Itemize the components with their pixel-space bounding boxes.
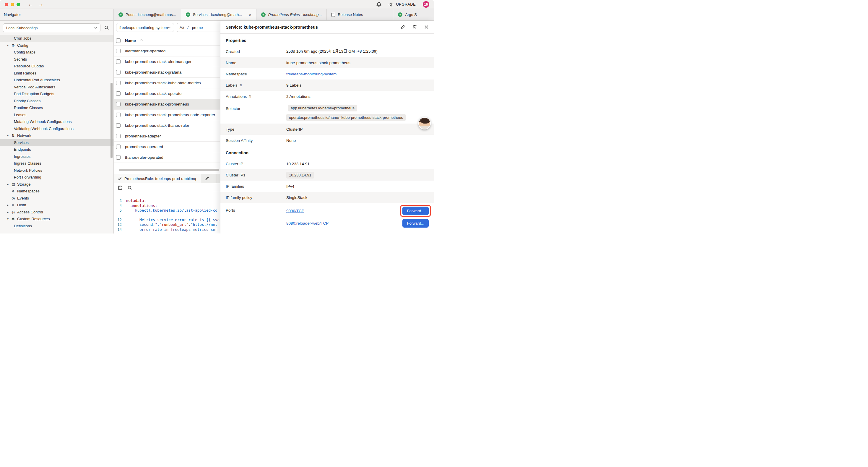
sidebar-scrollbar[interactable] <box>111 83 113 158</box>
back-icon[interactable]: ← <box>28 2 33 7</box>
zoom-window-button[interactable] <box>17 3 20 6</box>
tree-item[interactable]: Validating Webhook Configurations <box>0 125 114 133</box>
namespace-link[interactable]: freeleaps-monitoring-system <box>286 72 337 76</box>
tree-item[interactable]: Network <box>0 132 114 139</box>
row-checkbox[interactable] <box>116 134 121 138</box>
forward-button-highlight: Forward... <box>400 205 431 217</box>
close-window-button[interactable] <box>5 3 8 6</box>
editor-tab[interactable]: PrometheusRule: freeleaps-prod-rabbitmq <box>114 174 201 183</box>
cluster-ip-chip: 10.233.14.91 <box>286 172 314 178</box>
close-icon[interactable] <box>424 25 429 29</box>
tree-item[interactable]: Helm <box>0 202 114 209</box>
tree-item[interactable]: Pod Disruption Budgets <box>0 90 114 97</box>
property-label: Selector <box>226 105 286 111</box>
name-column-header[interactable]: Name <box>125 38 136 43</box>
tree-item[interactable]: Config Maps <box>0 49 114 56</box>
row-checkbox[interactable] <box>116 91 121 96</box>
namespace-selector[interactable]: freeleaps-monitoring-system <box>116 23 174 32</box>
tree-item[interactable]: Limit Ranges <box>0 70 114 77</box>
property-value[interactable]: 9 Labels <box>286 83 301 87</box>
tab-label: Pods - icecheng@mathmas... <box>126 12 176 17</box>
tree-item[interactable]: Resource Quotas <box>0 63 114 70</box>
forward-button[interactable]: Forward... <box>402 207 429 215</box>
app-tab[interactable]: Release Notes <box>327 9 393 20</box>
tree-chevron-icon[interactable] <box>7 210 11 214</box>
expand-annotations-icon[interactable] <box>249 95 251 98</box>
forward-icon[interactable]: → <box>38 2 43 7</box>
notifications-badge[interactable]: 15 <box>423 1 429 8</box>
select-all-checkbox[interactable] <box>116 38 121 43</box>
tree-item[interactable]: Leases <box>0 111 114 119</box>
property-value: kube-prometheus-stack-prometheus <box>286 61 350 65</box>
tab-close-icon[interactable] <box>249 12 251 17</box>
sidebar-search-icon[interactable] <box>103 24 111 32</box>
edit-icon[interactable] <box>400 25 405 30</box>
tree-item[interactable]: Endpoints <box>0 146 114 153</box>
app-tab[interactable]: Services - icecheng@math... <box>181 9 256 20</box>
port-link[interactable]: 9090/TCP <box>286 209 304 213</box>
save-icon[interactable] <box>118 185 123 190</box>
tree-item-label: Network Policies <box>14 168 42 173</box>
row-checkbox[interactable] <box>116 145 121 149</box>
tree-item[interactable]: Network Policies <box>0 167 114 174</box>
tree-item-icon <box>11 210 17 214</box>
tree-item[interactable]: Config <box>0 42 114 49</box>
property-row-ip-families: IP families IPv4 <box>220 181 434 192</box>
tree-item[interactable]: Custom Resources <box>0 215 114 223</box>
row-checkbox[interactable] <box>116 102 121 107</box>
tree-item[interactable]: Vertical Pod Autoscalers <box>0 84 114 91</box>
tree-item[interactable]: Services <box>0 139 114 146</box>
property-value[interactable]: 2 Annotations <box>286 94 311 99</box>
expand-labels-icon[interactable] <box>240 83 242 87</box>
app-tab[interactable]: Prometheus Rules - icecheng... <box>256 9 327 20</box>
tree-item[interactable]: Ingresses <box>0 153 114 160</box>
tree-item[interactable]: Priority Classes <box>0 97 114 105</box>
row-checkbox[interactable] <box>116 81 121 85</box>
property-row-selector: Selector app.kubernetes.io/name=promethe… <box>220 102 434 123</box>
tree-item[interactable]: Events <box>0 195 114 202</box>
upgrade-button[interactable]: UPGRADE <box>389 2 416 7</box>
port-link[interactable]: 8080:reloader-web/TCP <box>286 221 329 226</box>
tree-item[interactable]: Namespaces <box>0 188 114 195</box>
tree-chevron-icon[interactable] <box>7 183 11 186</box>
tree-item[interactable]: Ingress Classes <box>0 160 114 167</box>
tree-item[interactable]: Cron Jobs <box>0 35 114 42</box>
editor-tab[interactable] <box>201 174 217 183</box>
bell-icon[interactable] <box>376 2 381 7</box>
regex-toggle[interactable]: .* <box>187 25 189 30</box>
app-tab[interactable]: Pods - icecheng@mathmas... <box>114 9 181 20</box>
row-checkbox[interactable] <box>116 123 121 128</box>
selector-chip: app.kubernetes.io/name=prometheus <box>288 105 357 111</box>
tree-item[interactable]: Definitions <box>0 223 114 230</box>
sort-ascending-icon[interactable] <box>140 39 143 42</box>
tree-item-icon <box>11 189 17 193</box>
forward-button[interactable]: Forward... <box>402 219 429 228</box>
tree-item[interactable]: Storage <box>0 181 114 188</box>
minimize-window-button[interactable] <box>11 3 14 6</box>
resource-name: kube-prometheus-stack-grafana <box>125 70 181 75</box>
tree-chevron-icon[interactable] <box>7 134 11 137</box>
tree-chevron-icon[interactable] <box>7 217 11 221</box>
tree-item[interactable]: Secrets <box>0 56 114 63</box>
row-checkbox[interactable] <box>116 70 121 75</box>
row-checkbox[interactable] <box>116 155 121 159</box>
tree-item[interactable]: Horizontal Pod Autoscalers <box>0 77 114 84</box>
match-case-toggle[interactable]: Aa <box>180 25 184 30</box>
trash-icon[interactable] <box>412 25 417 30</box>
port-row: 9090/TCP Forward... <box>286 205 429 217</box>
user-avatar[interactable] <box>418 117 431 129</box>
line-number: 13 <box>114 222 126 227</box>
kubeconfig-selector[interactable]: Local Kubeconfigs <box>3 23 100 32</box>
tree-chevron-icon[interactable] <box>7 44 11 47</box>
tree-item[interactable]: Runtime Classes <box>0 104 114 111</box>
row-checkbox[interactable] <box>116 113 121 117</box>
row-checkbox[interactable] <box>116 59 121 64</box>
row-checkbox[interactable] <box>116 49 121 53</box>
editor-search-icon[interactable] <box>128 185 132 190</box>
tree-item[interactable]: Access Control <box>0 209 114 216</box>
app-tab[interactable]: Argo S <box>393 9 434 20</box>
horizontal-scrollbar[interactable] <box>116 169 220 171</box>
tree-item[interactable]: Mutating Webhook Configurations <box>0 118 114 125</box>
tree-item[interactable]: Port Forwarding <box>0 174 114 181</box>
tree-chevron-icon[interactable] <box>7 203 11 207</box>
